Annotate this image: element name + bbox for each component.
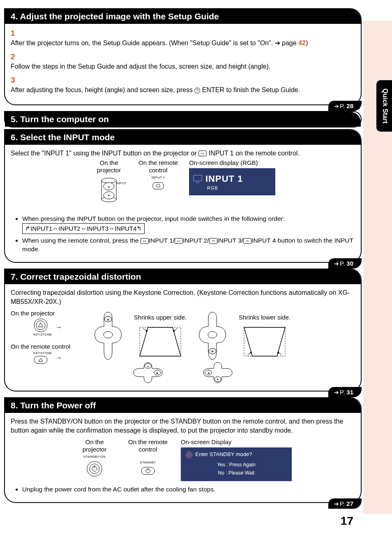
svg-text:▲: ▲ [147,365,149,368]
arrow-icon: ➔ [334,389,339,396]
remote-input1-label: INPUT 1 [152,176,165,180]
section-7: 7. Correct trapezoidal distortion Correc… [4,269,362,392]
section-4: 4. Adjust the projected image with the S… [4,8,362,105]
s6-intro-b: INPUT 1 on the remote control. [207,150,300,157]
svg-point-0 [101,178,116,183]
svg-text:▲: ▲ [108,185,111,188]
svg-rect-41 [141,467,154,475]
trapezoid-lower-icon [240,323,289,360]
section-4-header: 4. Adjust the projected image with the S… [5,9,361,24]
keystone-remote-button-icon [33,355,48,364]
step-text-1: After the projector turns on, the Setup … [11,39,346,48]
label-on-projector-8: On the projector [74,438,115,453]
input2-icon: ▭ [175,238,183,244]
dpad-down-icon: ▼ [194,310,231,364]
arrow-icon: → [55,323,62,332]
projector-input-button-icon: ▲ ▼ [99,176,119,204]
svg-rect-8 [153,183,164,189]
projector-input-label: INPUT [116,181,127,186]
dpad-up-icon: ▲ [90,310,127,364]
section-5: 5. Turn the computer on [4,111,362,127]
keystone-label-1: KEYSTONE [33,333,52,337]
svg-point-22 [208,331,217,338]
section-8: 8. Turn the Power off Press the STANDBY/… [4,397,362,503]
shrinks-lower-label: Shrinks lower side. [239,313,291,322]
input-chain-box: ↱INPUT1↔INPUT2↔INPUT3↔INPUT4↰ [22,223,145,234]
page-ref-30-num: 30 [346,260,353,267]
svg-text:▼: ▼ [211,350,214,353]
svg-text:▲: ▲ [107,318,110,321]
svg-point-17 [104,331,113,338]
svg-text:◀: ◀ [208,372,210,374]
label-on-remote-8: On the remote control [123,438,173,453]
s6-b1-text: When pressing the INPUT button on the pr… [22,215,285,222]
page-ref-31: ➔P.31 [328,387,362,397]
section-5-header: 5. Turn the computer on [5,112,361,127]
enter-icon: ⊙ [194,88,200,93]
standby-on-label: STANDBY/ON [83,455,106,459]
page-ref-27-num: 27 [346,500,353,507]
page-ref-31-num: 31 [346,389,353,396]
section-6-header: 6. Select the INPUT mode [5,130,361,145]
page-ref-42: 42 [298,39,306,46]
input-icon: ▭ [198,151,207,156]
monitor-icon [193,175,202,183]
svg-marker-19 [140,327,181,356]
step-num-3: 3 [11,75,18,86]
label-osd-rgb: On-screen display (RGB) [189,159,258,167]
power-icon: ⏻ [186,452,192,458]
svg-rect-18 [140,327,181,356]
arrow-icon: ➔ [334,260,339,267]
step-text-3: After adjusting the focus, height (angle… [11,86,346,95]
dpad-left-right-b-icon: ◀ ▼ [199,360,236,385]
svg-point-13 [36,321,45,330]
svg-text:▶: ▶ [157,372,159,374]
standby-osd-line3: No : Please Wait [186,470,287,476]
page-ref-28: ➔P.28 [328,101,362,111]
arrow-icon: → [55,353,62,362]
s6-b2c: INPUT 2/ [183,237,209,244]
osd-input1-box: INPUT 1 RGB [189,168,275,195]
svg-rect-10 [194,175,202,181]
page-ref-30: ➔P.30 [328,258,362,269]
input1-icon: ▭ [141,238,149,244]
s6-b2d: INPUT 3/ [217,237,243,244]
step-num-2: 2 [11,51,18,62]
standby-osd-line2: Yes : Press Again [186,461,287,468]
section-6: 6. Select the INPUT mode Select the "INP… [4,129,362,263]
page-ref-28-num: 28 [346,102,353,109]
svg-rect-14 [34,356,47,364]
label-on-projector-7: On the projector [11,309,85,317]
keystone-proj-button-icon [33,318,48,333]
label-on-remote: On the remote control [136,159,181,174]
step1-text-a: After the projector turns on, the Setup … [11,39,298,46]
dpad-left-right-a-icon: ▲ ▶ [129,360,166,385]
page-ref-27: ➔P.27 [328,498,362,509]
svg-rect-25 [244,327,285,356]
s6-intro-a: Select the "INPUT 1" using the INPUT but… [11,150,198,157]
side-tab-quick-start: Quick Start [376,80,392,132]
section-6-intro: Select the "INPUT 1" using the INPUT but… [11,149,355,158]
label-on-remote-7: On the remote control [11,343,85,351]
svg-marker-26 [244,327,285,356]
svg-point-37 [87,461,102,476]
section-7-intro: Correcting trapezoidal distortion using … [11,288,355,306]
standby-remote-button-icon [141,466,155,475]
s8-bullet: Unplug the power cord from the AC outlet… [22,485,355,494]
osd-input1-title: INPUT 1 [205,173,243,185]
keystone-label-2: KEYSTONE [33,351,52,356]
standby-on-button-icon [86,461,103,477]
step3-text-b: ENTER to finish the Setup Guide. [202,86,300,93]
s6-bullet-2: When using the remote control, press the… [22,236,355,254]
s6-b2b: INPUT 1/ [149,237,175,244]
arrow-icon: ➔ [334,103,339,109]
input3-icon: ⊃ [209,238,217,244]
arrow-icon: ➔ [334,500,339,507]
osd-input1-sub: RGB [207,185,271,191]
label-osd-8: On-screen Display [181,438,231,446]
section-8-header: 8. Turn the Power off [5,398,361,413]
trapezoid-upper-icon [136,323,185,360]
page-number: 17 [341,514,353,525]
section-7-header: 7. Correct trapezoidal distortion [5,269,361,284]
svg-text:▼: ▼ [217,378,219,381]
